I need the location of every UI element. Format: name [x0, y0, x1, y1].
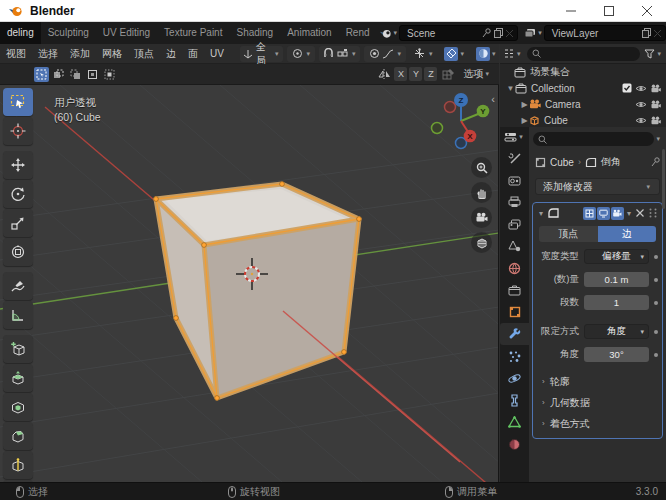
render-visibility-icon[interactable] [650, 116, 661, 125]
modifier-extras-icon[interactable]: ▾ [627, 209, 631, 218]
viewlayer-name-field[interactable]: ViewLayer [544, 25, 666, 41]
tab-world[interactable] [500, 257, 529, 279]
workspace-tab-modeling[interactable]: deling [0, 22, 41, 44]
pivot-point-dropdown[interactable]: ▾ [287, 46, 315, 62]
navigation-gizmo[interactable]: Z Y X [432, 93, 490, 149]
menu-face[interactable]: 面 [182, 47, 204, 61]
animate-dot[interactable] [654, 330, 658, 334]
proportional-edit-icon[interactable] [367, 47, 381, 61]
workspace-tab-uv-editing[interactable]: UV Editing [96, 22, 157, 44]
mirror-y-button[interactable]: Y [409, 67, 422, 81]
animate-dot[interactable] [654, 255, 658, 259]
section-shading[interactable]: ›着色方式 [533, 413, 662, 434]
shading-mode-group[interactable]: ▾ [473, 46, 501, 62]
outliner-row-cube[interactable]: ▶ Cube [500, 112, 666, 127]
render-visibility-icon[interactable] [650, 84, 661, 93]
snap-target-icon[interactable] [336, 47, 350, 61]
display-realtime-toggle[interactable] [597, 207, 610, 220]
collection-expand-icon[interactable]: ▼ [506, 84, 515, 93]
modifier-delete-icon[interactable] [636, 209, 644, 217]
ortho-toggle-button[interactable] [471, 232, 492, 253]
camera-expand-icon[interactable]: ▶ [520, 100, 529, 109]
zoom-button[interactable] [471, 157, 492, 178]
proportional-edit-group[interactable]: ▾ [364, 46, 406, 62]
render-visibility-icon[interactable] [650, 100, 661, 109]
snap-symmetry-icon[interactable] [442, 68, 455, 81]
amount-field[interactable]: 0.1 m [584, 272, 649, 287]
display-editmode-toggle[interactable] [583, 207, 596, 220]
menu-edge[interactable]: 边 [160, 47, 182, 61]
tab-output[interactable] [500, 191, 529, 213]
menu-vertex[interactable]: 顶点 [128, 47, 160, 61]
sidebar-toggle-icon[interactable]: ‹ [491, 93, 495, 105]
tool-transform[interactable] [3, 238, 33, 266]
show-gizmo-group[interactable]: ▾ [410, 46, 438, 62]
snap-group[interactable]: ▾ [319, 46, 361, 62]
scene-name-field[interactable]: Scene [399, 25, 518, 41]
affect-vertices-tab[interactable]: 顶点 [539, 226, 598, 242]
menu-mesh[interactable]: 网格 [96, 47, 128, 61]
tab-object-data[interactable] [500, 411, 529, 433]
add-modifier-button[interactable]: 添加修改器 ▾ [535, 178, 660, 195]
tool-inset-faces[interactable] [3, 393, 33, 421]
tab-view-layer[interactable] [500, 213, 529, 235]
tab-render[interactable] [500, 169, 529, 191]
width-type-dropdown[interactable]: 偏移量▾ [584, 249, 649, 264]
tool-rotate[interactable] [3, 180, 33, 208]
modifier-expand-icon[interactable]: ▾ [539, 209, 543, 218]
workspace-tab-texture-paint[interactable]: Texture Paint [157, 22, 229, 44]
outliner-row-camera[interactable]: ▶ Camera [500, 96, 666, 112]
gizmo-icon[interactable] [413, 47, 427, 61]
animate-dot[interactable] [654, 353, 658, 357]
tab-material[interactable] [500, 433, 529, 455]
select-mode-intersect-icon[interactable] [102, 67, 117, 82]
hide-eye-icon[interactable] [635, 84, 647, 93]
overlays-group[interactable]: ▾ [441, 46, 469, 62]
tab-particles[interactable] [500, 345, 529, 367]
camera-view-button[interactable] [471, 207, 492, 228]
unlink-scene-icon[interactable] [506, 30, 513, 37]
viewlayer-browse-icon[interactable]: ▾ [524, 28, 544, 39]
menu-uv[interactable]: UV [204, 48, 230, 59]
select-mode-set-icon[interactable] [34, 67, 49, 82]
tool-box-select[interactable] [3, 88, 33, 116]
select-mode-extend-icon[interactable] [51, 67, 66, 82]
viewport-canvas[interactable]: Z Y X 用户透视 (60) Cube ‹ [0, 85, 499, 482]
modifier-drag-handle[interactable] [648, 208, 658, 218]
breadcrumb-modifier[interactable]: 倒角 [601, 155, 621, 169]
tab-scene[interactable] [500, 235, 529, 257]
tab-constraints[interactable] [500, 389, 529, 411]
tab-object[interactable] [500, 301, 529, 323]
minimize-button[interactable] [552, 0, 590, 22]
checkbox-icon[interactable] [622, 83, 632, 93]
workspace-tab-animation[interactable]: Animation [280, 22, 338, 44]
outliner-search-input[interactable] [527, 47, 641, 61]
close-button[interactable] [628, 0, 666, 22]
hide-eye-icon[interactable] [635, 100, 647, 109]
tool-move[interactable] [3, 151, 33, 179]
tool-measure[interactable] [3, 301, 33, 329]
cube-expand-icon[interactable]: ▶ [520, 116, 529, 125]
new-scene-icon[interactable] [494, 28, 503, 38]
new-viewlayer-icon[interactable] [642, 28, 651, 38]
tool-cursor[interactable] [3, 117, 33, 145]
animate-dot[interactable] [654, 301, 658, 305]
tab-modifiers[interactable] [500, 323, 529, 345]
tool-add-cube[interactable] [3, 335, 33, 363]
properties-editor-icon[interactable]: ▾ [504, 127, 525, 147]
outliner-row-collection[interactable]: ▼ Collection [500, 80, 666, 96]
tool-extrude-region[interactable] [3, 364, 33, 392]
scene-browse-icon[interactable]: ▾ [379, 27, 400, 39]
select-mode-subtract-icon[interactable] [68, 67, 83, 82]
pin-icon[interactable] [482, 28, 491, 38]
outliner-row-scene-collection[interactable]: 场景集合 [500, 64, 666, 80]
workspace-tab-render[interactable]: Rend [339, 22, 377, 44]
tool-bevel[interactable] [3, 422, 33, 450]
select-mode-invert-icon[interactable] [85, 67, 100, 82]
mirror-x-button[interactable]: X [394, 67, 407, 81]
limit-method-dropdown[interactable]: 角度▾ [584, 324, 649, 339]
options-dropdown[interactable]: 选项 [463, 67, 483, 81]
hide-eye-icon[interactable] [635, 116, 647, 125]
outliner-filter-icon[interactable]: ▾ [644, 49, 663, 59]
remove-viewlayer-icon[interactable] [654, 30, 661, 37]
